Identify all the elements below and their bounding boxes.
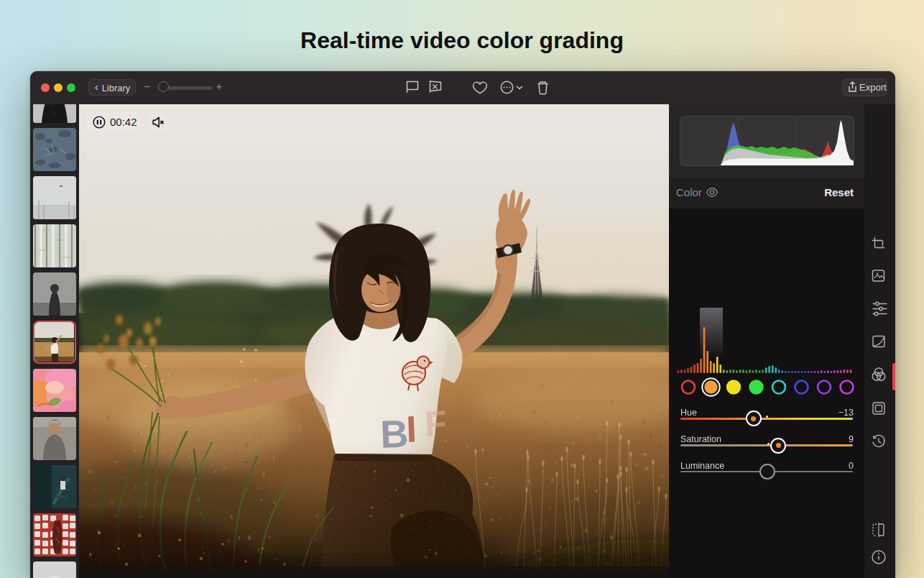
svg-text:F: F — [424, 403, 448, 444]
